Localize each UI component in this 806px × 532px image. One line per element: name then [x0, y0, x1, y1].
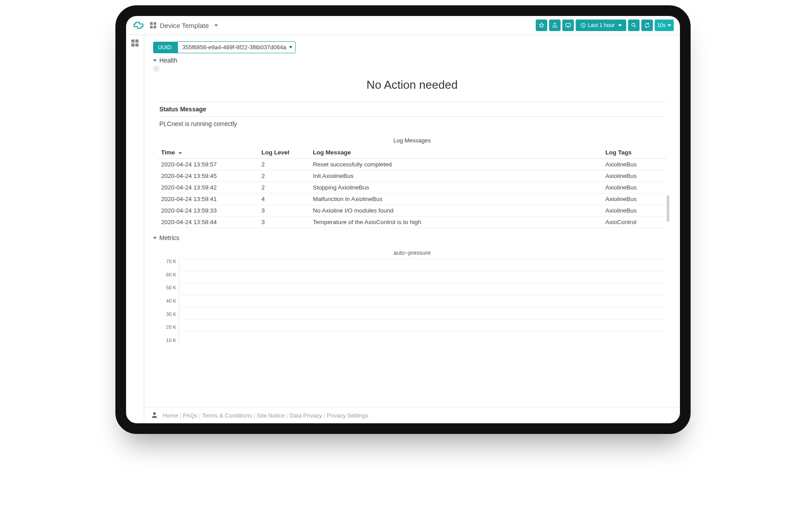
table-row[interactable]: 2020-04-24 13:58:443Temperature of the A… [158, 217, 667, 228]
info-icon[interactable]: i [153, 66, 159, 72]
footer-link[interactable]: Site Notice [257, 412, 285, 419]
tablet-frame: Device Template Last 1 hour 10s [115, 5, 691, 434]
app-logo-icon [133, 21, 144, 29]
page-title[interactable]: Device Template [160, 22, 209, 29]
chart-title: auto~pressure [158, 249, 667, 256]
title-dropdown-icon[interactable] [214, 24, 218, 27]
section-health-toggle[interactable]: Health [153, 57, 671, 64]
health-headline: No Action needed [153, 78, 671, 92]
content: UUID: 355f6856-e9a4-469f-8f22-3f8b037d06… [144, 35, 680, 407]
status-text: PLCnext is running correctly [158, 117, 667, 131]
col-tags[interactable]: Log Tags [602, 146, 667, 159]
uuid-label: UUID: [153, 42, 178, 53]
footer-link[interactable]: Terms & Conditions [202, 412, 252, 419]
share-button[interactable] [549, 20, 561, 31]
table-row[interactable]: 2020-04-24 13:59:452Init AxiolineBusAxio… [158, 170, 667, 182]
clock-icon [580, 22, 586, 28]
section-metrics-label: Metrics [159, 234, 179, 241]
sidebar-dashboards-icon[interactable] [131, 39, 138, 47]
footer-link[interactable]: Privacy Settings [327, 412, 368, 419]
refresh-button[interactable] [641, 20, 653, 31]
chevron-down-icon [153, 237, 157, 239]
sidebar [126, 35, 144, 423]
chart-panel: auto~pressure 70 K60 K50 K40 K30 K20 K10… [158, 249, 667, 343]
status-block: Status Message PLCnext is running correc… [158, 102, 667, 131]
chart-plot[interactable] [179, 259, 667, 343]
svg-point-1 [632, 23, 635, 26]
table-row[interactable]: 2020-04-24 13:59:333No Axioline I/O modu… [158, 205, 667, 217]
table-row[interactable]: 2020-04-24 13:59:414Malfunction in Axiol… [158, 193, 667, 205]
log-title: Log Messages [153, 137, 671, 144]
status-label: Status Message [158, 102, 667, 117]
chevron-down-icon [289, 46, 292, 48]
footer-link[interactable]: FAQs [183, 412, 198, 419]
log-table: Time Log Level Log Message Log Tags 2020… [158, 146, 667, 228]
user-icon[interactable] [150, 411, 158, 420]
section-health-label: Health [159, 57, 177, 64]
monitor-button[interactable] [562, 20, 574, 31]
sort-desc-icon [178, 152, 182, 154]
dashboard-icon [150, 22, 156, 28]
table-row[interactable]: 2020-04-24 13:59:422Stopping AxiolineBus… [158, 182, 667, 193]
footer: Home | FAQs | Terms & Conditions | Site … [144, 407, 680, 423]
chevron-down-icon [668, 24, 671, 27]
star-button[interactable] [536, 20, 547, 31]
chart-yaxis: 70 K60 K50 K40 K30 K20 K10 K [158, 259, 179, 343]
refresh-interval-button[interactable]: 10s [655, 20, 674, 31]
table-scrollbar[interactable] [667, 195, 669, 222]
screen: Device Template Last 1 hour 10s [126, 16, 680, 423]
time-range-label: Last 1 hour [588, 22, 615, 28]
section-metrics-toggle[interactable]: Metrics [153, 234, 671, 241]
footer-link[interactable]: Home [163, 412, 178, 419]
col-message[interactable]: Log Message [309, 146, 602, 159]
time-range-button[interactable]: Last 1 hour [576, 20, 626, 31]
col-time[interactable]: Time [158, 146, 258, 159]
uuid-value[interactable]: 355f6856-e9a4-469f-8f22-3f8b037d064a [178, 41, 296, 53]
table-row[interactable]: 2020-04-24 13:59:572Reset successfully c… [158, 159, 667, 170]
footer-link[interactable]: Data Privacy [289, 412, 322, 419]
svg-point-2 [153, 412, 156, 415]
zoom-button[interactable] [628, 20, 640, 31]
refresh-interval-label: 10s [657, 22, 666, 28]
top-bar: Device Template Last 1 hour 10s [126, 16, 680, 35]
chevron-down-icon [618, 24, 622, 27]
col-level[interactable]: Log Level [258, 146, 309, 159]
uuid-selector[interactable]: UUID: 355f6856-e9a4-469f-8f22-3f8b037d06… [153, 41, 671, 53]
chevron-down-icon [153, 59, 157, 62]
